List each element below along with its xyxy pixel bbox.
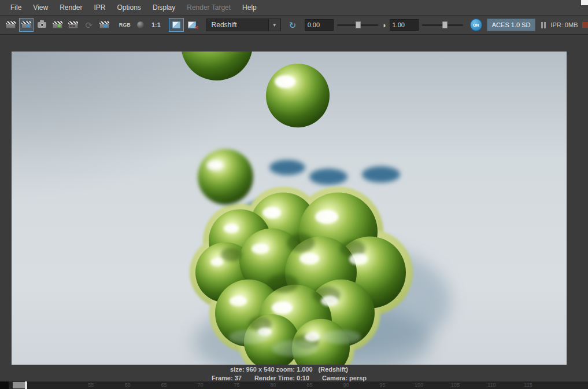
render-region-icon: [21, 21, 31, 28]
time-slider[interactable]: 5560 6570 7580 8590 95100 105110 115: [0, 381, 588, 389]
renderer-select[interactable]: Redshift ▼: [206, 19, 281, 31]
rgb-label: RGB: [119, 22, 131, 28]
render-settings-button[interactable]: [97, 18, 112, 32]
stop-ipr-button[interactable]: [582, 22, 588, 28]
menu-view[interactable]: View: [27, 1, 54, 14]
view-transform-select[interactable]: ACES 1.0 SD: [487, 19, 536, 31]
keep-image-icon: [172, 21, 180, 28]
rgb-channels-button[interactable]: RGB: [117, 18, 132, 32]
status-renderer: (Redshift): [319, 366, 348, 373]
render-sequence-button[interactable]: [50, 18, 65, 32]
time-ticks: 5560 6570 7580 8590 95100 105110 115: [73, 382, 546, 388]
refresh-render-button[interactable]: ↻: [286, 18, 300, 32]
alpha-channel-button[interactable]: [133, 18, 147, 32]
render-settings-icon: [99, 21, 109, 28]
menu-file[interactable]: File: [5, 1, 27, 14]
menu-ipr[interactable]: IPR: [88, 1, 112, 14]
gamma-slider-handle[interactable]: [442, 21, 448, 28]
render-viewport: size: 960 x 540 zoom: 1.000 (Redshift) F…: [0, 35, 588, 381]
menu-bar: File View Render IPR Options Display Ren…: [0, 0, 588, 16]
camera-icon: [38, 22, 46, 28]
status-line-1: size: 960 x 540 zoom: 1.000 (Redshift): [12, 366, 567, 373]
render-svg: [12, 52, 567, 365]
pause-updates-button[interactable]: [541, 22, 546, 28]
render-sequence-icon: [53, 21, 62, 28]
window-corner: [581, 0, 588, 5]
falling-sphere-mid: [266, 64, 330, 127]
renderer-selected-label: Redshift: [212, 21, 237, 29]
alpha-sphere-icon: [137, 21, 144, 28]
ipr-slate-label: IPR: [69, 24, 75, 28]
status-line-2: Frame: 37 Render Time: 0:10 Camera: pers…: [12, 375, 567, 381]
color-management-toggle[interactable]: ON: [470, 19, 482, 31]
ipr-slate-icon: IPR: [68, 21, 78, 28]
status-camera: Camera: persp: [322, 375, 367, 381]
refresh-icon: ↻: [289, 21, 297, 30]
refresh-ipr-button: ⟳: [82, 18, 96, 32]
remove-image-button[interactable]: ×: [185, 18, 199, 32]
render-region-button[interactable]: [19, 18, 34, 32]
remove-x-glyph: ×: [195, 24, 198, 31]
menu-render[interactable]: Render: [54, 1, 88, 14]
status-size-zoom: size: 960 x 540 zoom: 1.000: [230, 366, 312, 373]
refresh-disabled-icon: ⟳: [85, 21, 93, 30]
render-image: [12, 52, 567, 365]
menu-options[interactable]: Options: [112, 1, 147, 14]
exposure-slider[interactable]: [337, 19, 378, 31]
current-time-indicator[interactable]: [25, 381, 27, 389]
status-render-time: Render Time: 0:10: [254, 375, 309, 381]
menu-help[interactable]: Help: [236, 1, 262, 14]
gamma-slider[interactable]: [422, 19, 463, 31]
time-slider-corner: [0, 381, 9, 389]
menu-display[interactable]: Display: [147, 1, 181, 14]
exposure-slider-handle[interactable]: [356, 21, 361, 28]
exposure-input[interactable]: [305, 19, 334, 31]
gamma-input[interactable]: [390, 19, 419, 31]
real-size-button[interactable]: 1:1: [149, 18, 163, 32]
falling-sphere-blurred: [198, 149, 253, 204]
snapshot-button[interactable]: [35, 18, 49, 32]
remove-image-icon: ×: [188, 21, 196, 28]
contrast-icon: ◑: [382, 21, 386, 29]
ipr-memory-label: IPR: 0MB: [550, 21, 578, 28]
chevron-down-icon[interactable]: ▼: [268, 19, 280, 31]
toolbar: IPR ⟳ RGB 1:1 × Redshift ▼: [0, 16, 588, 35]
render-view-window: File View Render IPR Options Display Ren…: [0, 0, 588, 389]
real-size-label: 1:1: [151, 21, 161, 28]
keep-image-button[interactable]: [169, 18, 183, 32]
ipr-render-button[interactable]: IPR: [66, 18, 80, 32]
render-slate-icon: [6, 21, 16, 28]
status-frame: Frame: 37: [212, 375, 242, 381]
menu-render-target: Render Target: [181, 1, 236, 14]
render-frame-button[interactable]: [3, 18, 18, 32]
